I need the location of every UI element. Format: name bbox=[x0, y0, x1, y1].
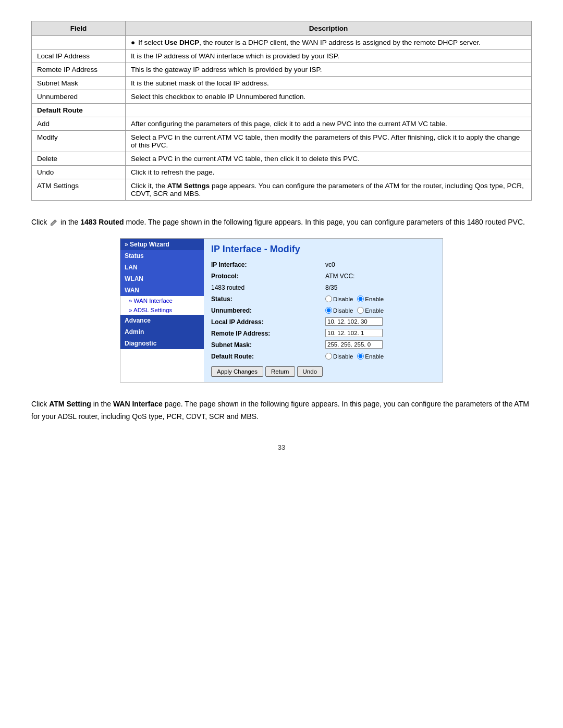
sidebar-item-setup-wizard[interactable]: » Setup Wizard bbox=[120, 239, 204, 250]
sidebar-item-adsl-settings[interactable]: » ADSL Settings bbox=[120, 305, 204, 315]
value-protocol-1483: 1483 routed bbox=[211, 283, 321, 292]
value-ip-interface: vc0 bbox=[325, 260, 435, 269]
desc-cell: This is the gateway IP address which is … bbox=[126, 63, 532, 77]
desc-cell: Select a PVC in the current ATM VC table… bbox=[126, 131, 532, 152]
bullet-dot: ● bbox=[131, 39, 135, 46]
subnet-mask-field-wrap bbox=[325, 340, 435, 350]
desc-cell: ● If select Use DHCP, the router is a DH… bbox=[126, 36, 532, 50]
local-ip-input[interactable] bbox=[325, 317, 383, 326]
default-route-disable-label[interactable]: Disable bbox=[325, 353, 353, 360]
desc-cell: Select a PVC in the current ATM VC table… bbox=[126, 152, 532, 166]
desc-cell: It is the IP address of WAN interface wh… bbox=[126, 50, 532, 63]
status-radio-group: Disable Enable bbox=[325, 294, 435, 304]
remote-ip-input[interactable] bbox=[325, 329, 383, 337]
return-button[interactable]: Return bbox=[265, 366, 295, 377]
default-route-disable-radio[interactable] bbox=[325, 353, 332, 360]
sidebar-item-wan[interactable]: WAN bbox=[120, 285, 204, 296]
subnet-mask-input[interactable] bbox=[325, 340, 383, 349]
status-enable-radio[interactable] bbox=[357, 295, 364, 302]
field-cell: Unnumbered bbox=[32, 90, 126, 104]
table-row: Modify Select a PVC in the current ATM V… bbox=[32, 131, 532, 152]
field-cell: Undo bbox=[32, 166, 126, 179]
router-ui-mockup: » Setup Wizard Status LAN WLAN WAN » WAN… bbox=[120, 238, 443, 382]
content-area: IP Interface - Modify IP Interface: vc0 … bbox=[204, 239, 443, 382]
label-ip-interface: IP Interface: bbox=[211, 260, 321, 269]
local-ip-field-wrap bbox=[325, 317, 435, 327]
undo-button[interactable]: Undo bbox=[297, 366, 323, 377]
sidebar-item-lan[interactable]: LAN bbox=[120, 262, 204, 273]
unnumbered-enable-radio[interactable] bbox=[357, 307, 364, 314]
desc-cell bbox=[126, 104, 532, 117]
label-unnumbered: Unnumbered: bbox=[211, 306, 321, 315]
intro-paragraph: Click in the 1483 Routed mode. The page … bbox=[31, 216, 532, 229]
field-cell: Subnet Mask bbox=[32, 77, 126, 90]
table-row-default-route: Default Route bbox=[32, 104, 532, 117]
form-grid: IP Interface: vc0 Protocol: ATM VCC: 148… bbox=[211, 260, 435, 361]
value-atm-vcc-label: ATM VCC: bbox=[325, 272, 435, 281]
col-field: Field bbox=[32, 21, 126, 36]
desc-cell: Select this checkbox to enable IP Unnumb… bbox=[126, 90, 532, 104]
label-protocol: Protocol: bbox=[211, 272, 321, 281]
status-disable-radio[interactable] bbox=[325, 295, 332, 302]
field-description-table: Field Description ● If select Use DHCP, … bbox=[31, 21, 532, 201]
label-status: Status: bbox=[211, 294, 321, 304]
label-local-ip: Local IP Address: bbox=[211, 317, 321, 327]
page-number: 33 bbox=[31, 443, 532, 451]
sidebar-spacer bbox=[120, 349, 204, 365]
table-row: Delete Select a PVC in the current ATM V… bbox=[32, 152, 532, 166]
pencil-icon bbox=[50, 219, 57, 226]
unnumbered-radio-group: Disable Enable bbox=[325, 306, 435, 315]
field-cell: Default Route bbox=[32, 104, 126, 117]
table-row: ● If select Use DHCP, the router is a DH… bbox=[32, 36, 532, 50]
label-default-route: Default Route: bbox=[211, 352, 321, 361]
table-row: Local IP Address It is the IP address of… bbox=[32, 50, 532, 63]
field-cell: Add bbox=[32, 117, 126, 131]
field-cell: Local IP Address bbox=[32, 50, 126, 63]
page-title: IP Interface - Modify bbox=[211, 244, 435, 255]
sidebar-item-wan-interface[interactable]: » WAN Interface bbox=[120, 296, 204, 305]
status-disable-label[interactable]: Disable bbox=[325, 295, 353, 302]
field-cell bbox=[32, 36, 126, 50]
table-row: ATM Settings Click it, the ATM Settngs p… bbox=[32, 179, 532, 201]
label-subnet-mask: Subnet Mask: bbox=[211, 340, 321, 350]
remote-ip-field-wrap bbox=[325, 329, 435, 338]
default-route-radio-group: Disable Enable bbox=[325, 352, 435, 361]
unnumbered-enable-label[interactable]: Enable bbox=[357, 307, 384, 314]
value-atm-vcc: 8/35 bbox=[325, 283, 435, 292]
desc-cell: It is the subnet mask of the local IP ad… bbox=[126, 77, 532, 90]
bottom-paragraph: Click ATM Setting in the WAN Interface p… bbox=[31, 398, 532, 423]
sidebar-item-admin[interactable]: Admin bbox=[120, 326, 204, 338]
table-row: Add After configuring the parameters of … bbox=[32, 117, 532, 131]
col-description: Description bbox=[126, 21, 532, 36]
table-row: Unnumbered Select this checkbox to enabl… bbox=[32, 90, 532, 104]
sidebar-item-status[interactable]: Status bbox=[120, 250, 204, 262]
sidebar-item-wlan[interactable]: WLAN bbox=[120, 273, 204, 285]
sidebar-item-diagnostic[interactable]: Diagnostic bbox=[120, 338, 204, 349]
field-cell: ATM Settings bbox=[32, 179, 126, 201]
field-cell: Remote IP Address bbox=[32, 63, 126, 77]
default-route-enable-radio[interactable] bbox=[357, 353, 364, 360]
default-route-enable-label[interactable]: Enable bbox=[357, 353, 384, 360]
field-cell: Delete bbox=[32, 152, 126, 166]
table-row: Subnet Mask It is the subnet mask of the… bbox=[32, 77, 532, 90]
table-row: Remote IP Address This is the gateway IP… bbox=[32, 63, 532, 77]
label-remote-ip: Remote IP Address: bbox=[211, 329, 321, 338]
unnumbered-disable-label[interactable]: Disable bbox=[325, 307, 353, 314]
desc-cell: Click it to refresh the page. bbox=[126, 166, 532, 179]
field-cell: Modify bbox=[32, 131, 126, 152]
sidebar-item-advance[interactable]: Advance bbox=[120, 315, 204, 326]
desc-cell: Click it, the ATM Settngs page appears. … bbox=[126, 179, 532, 201]
button-row: Apply Changes Return Undo bbox=[211, 366, 435, 377]
desc-cell: After configuring the parameters of this… bbox=[126, 117, 532, 131]
table-row: Undo Click it to refresh the page. bbox=[32, 166, 532, 179]
status-enable-label[interactable]: Enable bbox=[357, 295, 384, 302]
desc-text: If select Use DHCP, the router is a DHCP… bbox=[138, 39, 481, 46]
sidebar: » Setup Wizard Status LAN WLAN WAN » WAN… bbox=[120, 239, 204, 382]
unnumbered-disable-radio[interactable] bbox=[325, 307, 332, 314]
apply-changes-button[interactable]: Apply Changes bbox=[211, 366, 263, 377]
